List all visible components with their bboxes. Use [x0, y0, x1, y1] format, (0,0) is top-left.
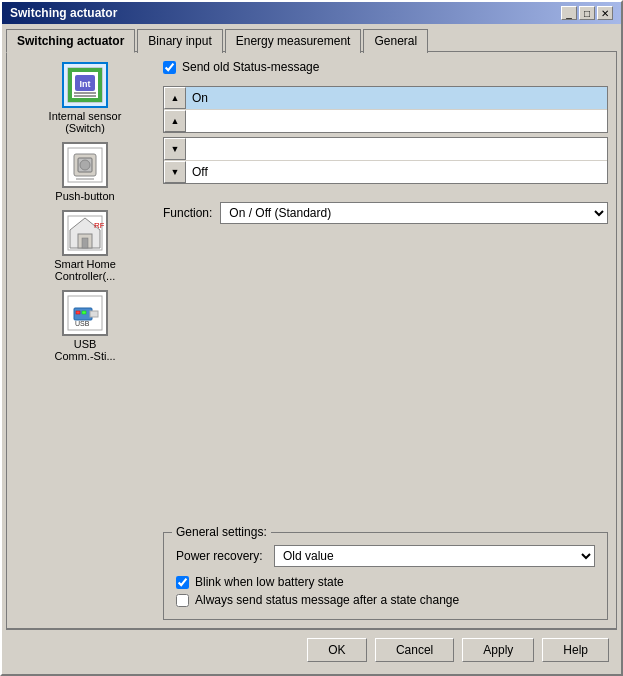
status-row-down1: ▼ — [164, 138, 607, 161]
status-down-btn-1[interactable]: ▼ — [164, 138, 186, 160]
window-content: Switching actuator Binary input Energy m… — [2, 24, 621, 674]
tab-bar: Switching actuator Binary input Energy m… — [6, 28, 617, 52]
title-bar-buttons: _ □ ✕ — [561, 6, 613, 20]
function-select[interactable]: On / Off (Standard) Timer Dimmer — [220, 202, 608, 224]
help-button[interactable]: Help — [542, 638, 609, 662]
svg-text:Int: Int — [80, 79, 91, 89]
blink-battery-checkbox[interactable] — [176, 576, 189, 589]
function-row: Function: On / Off (Standard) Timer Dimm… — [163, 202, 608, 224]
power-recovery-row: Power recovery: Old value On Off — [176, 545, 595, 567]
device-label-pushbutton: Push-button — [55, 190, 114, 202]
power-recovery-select-wrapper: Old value On Off — [274, 545, 595, 567]
spacer — [163, 240, 608, 524]
device-item-smarthome[interactable]: RF Smart HomeController(... — [15, 208, 155, 284]
device-label-internal: Internal sensor(Switch) — [49, 110, 122, 134]
status-value-empty1 — [186, 110, 607, 132]
always-send-checkbox[interactable] — [176, 594, 189, 607]
status-row-up2: ▲ — [164, 110, 607, 132]
device-item-usb[interactable]: USB USBComm.-Sti... — [15, 288, 155, 364]
internal-sensor-icon: Int — [66, 66, 104, 104]
pushbutton-icon — [66, 146, 104, 184]
device-icon-smarthome: RF — [62, 210, 108, 256]
device-icon-usb: USB — [62, 290, 108, 336]
title-bar: Switching actuator _ □ ✕ — [2, 2, 621, 24]
cancel-button[interactable]: Cancel — [375, 638, 454, 662]
svg-text:RF: RF — [94, 221, 104, 230]
tab-panel: Int Internal sensor(Switch) — [6, 51, 617, 629]
function-label: Function: — [163, 206, 212, 220]
power-recovery-label: Power recovery: — [176, 549, 266, 563]
tab-energy-measurement[interactable]: Energy measurement — [225, 29, 362, 53]
device-label-usb: USBComm.-Sti... — [54, 338, 115, 362]
maximize-button[interactable]: □ — [579, 6, 595, 20]
status-value-on: On — [186, 87, 607, 109]
svg-rect-22 — [76, 311, 80, 314]
window-title: Switching actuator — [10, 6, 117, 20]
general-settings-box: General settings: Power recovery: Old va… — [163, 532, 608, 620]
status-messages-section: ▲ On ▲ ▼ — [163, 86, 608, 194]
status-top-group: ▲ On ▲ — [163, 86, 608, 133]
main-window: Switching actuator _ □ ✕ Switching actua… — [0, 0, 623, 676]
device-item-internal[interactable]: Int Internal sensor(Switch) — [15, 60, 155, 136]
device-list: Int Internal sensor(Switch) — [15, 60, 155, 620]
device-label-smarthome: Smart HomeController(... — [54, 258, 116, 282]
tab-binary-input[interactable]: Binary input — [137, 29, 222, 53]
device-icon-pushbutton — [62, 142, 108, 188]
close-button[interactable]: ✕ — [597, 6, 613, 20]
device-icon-internal: Int — [62, 62, 108, 108]
svg-rect-1 — [68, 68, 102, 72]
right-panel: Send old Status-message ▲ On ▲ — [163, 60, 608, 620]
power-recovery-select[interactable]: Old value On Off — [274, 545, 595, 567]
general-settings-legend: General settings: — [172, 525, 271, 539]
status-row-down2: ▼ Off — [164, 161, 607, 183]
send-old-status-row: Send old Status-message — [163, 60, 608, 74]
device-item-pushbutton[interactable]: Push-button — [15, 140, 155, 204]
usb-icon: USB — [66, 294, 104, 332]
svg-rect-4 — [98, 68, 102, 102]
status-row-up1: ▲ On — [164, 87, 607, 110]
bottom-bar: OK Cancel Apply Help — [6, 629, 617, 670]
blink-battery-row: Blink when low battery state — [176, 575, 595, 589]
always-send-row: Always send status message after a state… — [176, 593, 595, 607]
svg-rect-3 — [68, 68, 72, 102]
blink-battery-label: Blink when low battery state — [195, 575, 344, 589]
function-select-wrapper: On / Off (Standard) Timer Dimmer — [220, 202, 608, 224]
svg-rect-21 — [90, 311, 98, 317]
always-send-label: Always send status message after a state… — [195, 593, 459, 607]
status-up-btn-1[interactable]: ▲ — [164, 87, 186, 109]
svg-rect-18 — [82, 238, 88, 248]
tab-general[interactable]: General — [363, 29, 428, 53]
ok-button[interactable]: OK — [307, 638, 367, 662]
smarthome-icon: RF — [66, 214, 104, 252]
status-up-btn-2[interactable]: ▲ — [164, 110, 186, 132]
svg-point-12 — [80, 160, 90, 170]
minimize-button[interactable]: _ — [561, 6, 577, 20]
send-old-status-label: Send old Status-message — [182, 60, 319, 74]
status-value-empty2 — [186, 138, 607, 160]
status-value-off: Off — [186, 161, 607, 183]
svg-text:USB: USB — [75, 320, 90, 327]
status-down-btn-2[interactable]: ▼ — [164, 161, 186, 183]
tab-switching-actuator[interactable]: Switching actuator — [6, 29, 135, 53]
svg-rect-2 — [68, 98, 102, 102]
svg-rect-23 — [82, 311, 86, 314]
apply-button[interactable]: Apply — [462, 638, 534, 662]
send-old-status-checkbox[interactable] — [163, 61, 176, 74]
status-bottom-group: ▼ ▼ Off — [163, 137, 608, 184]
